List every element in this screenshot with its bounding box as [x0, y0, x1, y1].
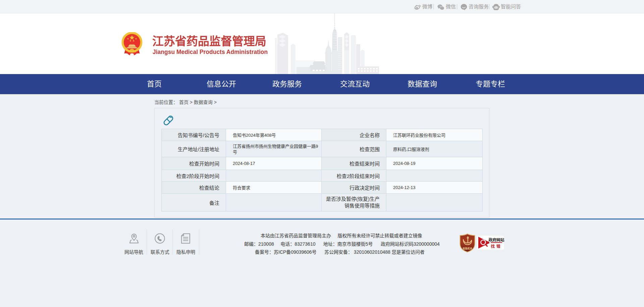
svg-text:党政机关: 党政机关	[463, 247, 473, 250]
svg-text:政府网站: 政府网站	[488, 238, 504, 242]
svg-text:找错: 找错	[491, 244, 502, 249]
